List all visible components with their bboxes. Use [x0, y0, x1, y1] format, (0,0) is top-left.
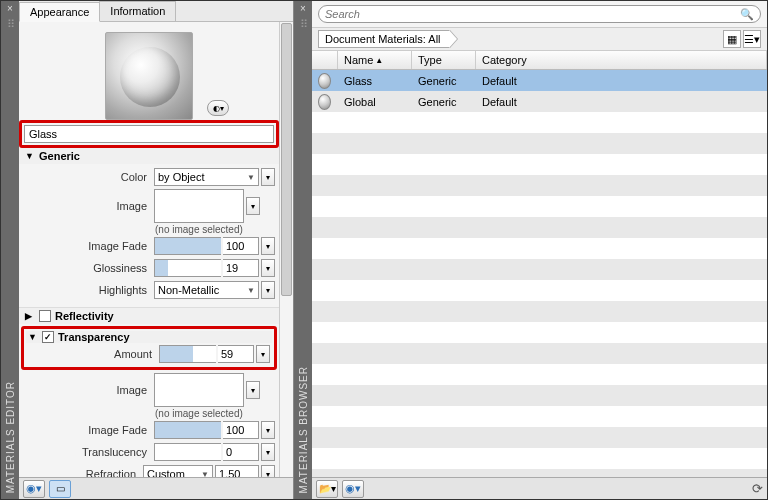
browser-titlebar: × ⠿ MATERIALS BROWSER [294, 1, 312, 499]
editor-scrollbar[interactable] [279, 22, 293, 477]
label-amount: Amount [28, 348, 156, 360]
cell-name: Global [338, 96, 412, 108]
image-fade-more-button[interactable]: ▾ [261, 237, 275, 255]
material-thumb-icon [318, 94, 331, 110]
highlights-combo[interactable]: Non-Metallic▼ [154, 281, 259, 299]
editor-title: MATERIALS EDITOR [5, 381, 16, 493]
tab-appearance[interactable]: Appearance [19, 2, 100, 22]
toggle-browser-button[interactable]: ▭ [49, 480, 71, 498]
browser-footer: 📂▾ ◉▾ ⟳ [312, 477, 767, 499]
col-name[interactable]: Name▲ [338, 51, 412, 69]
materials-browser-panel: × ⠿ MATERIALS BROWSER 🔍 Document Materia… [294, 1, 767, 499]
grid-body: GlassGenericDefaultGlobalGenericDefault [312, 70, 767, 477]
trans-fade-value[interactable] [223, 421, 259, 439]
label-image-fade: Image Fade [23, 240, 151, 252]
col-type[interactable]: Type [412, 51, 476, 69]
close-icon[interactable]: × [7, 3, 13, 14]
color-more-button[interactable]: ▾ [261, 168, 275, 186]
view-list-button[interactable]: ☰▾ [743, 30, 761, 48]
disclosure-down-icon: ▼ [28, 332, 38, 342]
disclosure-right-icon: ▶ [25, 311, 35, 321]
breadcrumb-row: Document Materials: All ▦ ☰▾ [312, 27, 767, 51]
reflectivity-checkbox[interactable] [39, 310, 51, 322]
sort-asc-icon: ▲ [375, 56, 383, 65]
image-fade-value[interactable] [223, 237, 259, 255]
trans-fade-slider[interactable] [154, 421, 221, 439]
label-image: Image [23, 200, 151, 212]
section-generic-header[interactable]: ▼ Generic [19, 148, 279, 164]
editor-titlebar: × ⠿ MATERIALS EDITOR [1, 1, 19, 499]
trans-image-swatch[interactable] [154, 373, 244, 407]
label-color: Color [23, 171, 151, 183]
color-combo[interactable]: by Object▼ [154, 168, 259, 186]
refraction-value[interactable] [215, 465, 259, 477]
close-icon[interactable]: × [300, 3, 306, 14]
grid-header: Name▲ Type Category [312, 51, 767, 70]
image-swatch[interactable] [154, 189, 244, 223]
label-highlights: Highlights [23, 284, 151, 296]
amount-value[interactable] [218, 345, 254, 363]
transparency-checkbox[interactable]: ✓ [42, 331, 54, 343]
tab-information[interactable]: Information [99, 1, 176, 21]
refraction-more-button[interactable]: ▾ [261, 465, 275, 477]
cell-name: Glass [338, 75, 412, 87]
no-image-text: (no image selected) [23, 224, 275, 235]
preview-options-button[interactable]: ◐▾ [207, 100, 229, 116]
material-name-highlight [19, 120, 279, 148]
search-input[interactable] [325, 8, 740, 20]
refraction-mode-combo[interactable]: Custom▼ [143, 465, 213, 477]
translucency-more-button[interactable]: ▾ [261, 443, 275, 461]
create-material-button[interactable]: ◉▾ [23, 480, 45, 498]
section-transparency-header[interactable]: ▼ ✓ Transparency [26, 331, 272, 343]
cell-category: Default [476, 75, 767, 87]
label-translucency: Translucency [23, 446, 151, 458]
image-more-button[interactable]: ▾ [246, 197, 260, 215]
material-preview: ◐▾ [19, 22, 279, 120]
amount-slider[interactable] [159, 345, 216, 363]
image-fade-slider[interactable] [154, 237, 221, 255]
material-thumb-icon [318, 73, 331, 89]
cell-type: Generic [412, 96, 476, 108]
sync-icon[interactable]: ⟳ [752, 481, 763, 496]
section-generic-title: Generic [39, 150, 80, 162]
library-button[interactable]: 📂▾ [316, 480, 338, 498]
editor-tabs: Appearance Information [19, 1, 293, 22]
grip-icon[interactable]: ⠿ [300, 18, 307, 31]
trans-no-image-text: (no image selected) [23, 408, 275, 419]
label-trans-image: Image [23, 384, 151, 396]
create-material-button[interactable]: ◉▾ [342, 480, 364, 498]
amount-more-button[interactable]: ▾ [256, 345, 270, 363]
materials-editor-panel: × ⠿ MATERIALS EDITOR Appearance Informat… [1, 1, 294, 499]
label-refraction: Refraction [23, 468, 140, 477]
editor-footer: ◉▾ ▭ [19, 477, 293, 499]
translucency-slider[interactable] [154, 443, 221, 461]
translucency-value[interactable] [223, 443, 259, 461]
disclosure-down-icon: ▼ [25, 151, 35, 161]
material-name-input[interactable] [24, 125, 274, 143]
section-transparency-title: Transparency [58, 331, 130, 343]
table-row[interactable]: GlassGenericDefault [312, 70, 767, 91]
grip-icon[interactable]: ⠿ [7, 18, 14, 31]
label-glossiness: Glossiness [23, 262, 151, 274]
cell-category: Default [476, 96, 767, 108]
browser-title: MATERIALS BROWSER [298, 366, 309, 493]
search-icon: 🔍 [740, 8, 754, 21]
search-box[interactable]: 🔍 [318, 5, 761, 23]
label-trans-fade: Image Fade [23, 424, 151, 436]
glossiness-more-button[interactable]: ▾ [261, 259, 275, 277]
transparency-highlight: ▼ ✓ Transparency Amount ▾ [21, 326, 277, 370]
cell-type: Generic [412, 75, 476, 87]
highlights-more-button[interactable]: ▾ [261, 281, 275, 299]
col-category[interactable]: Category [476, 51, 767, 69]
breadcrumb[interactable]: Document Materials: All [318, 30, 450, 48]
trans-image-more-button[interactable]: ▾ [246, 381, 260, 399]
section-reflectivity-header[interactable]: ▶ Reflectivity [19, 307, 279, 324]
view-grid-button[interactable]: ▦ [723, 30, 741, 48]
table-row[interactable]: GlobalGenericDefault [312, 91, 767, 112]
section-reflectivity-title: Reflectivity [55, 310, 114, 322]
glossiness-value[interactable] [223, 259, 259, 277]
glossiness-slider[interactable] [154, 259, 221, 277]
trans-fade-more-button[interactable]: ▾ [261, 421, 275, 439]
